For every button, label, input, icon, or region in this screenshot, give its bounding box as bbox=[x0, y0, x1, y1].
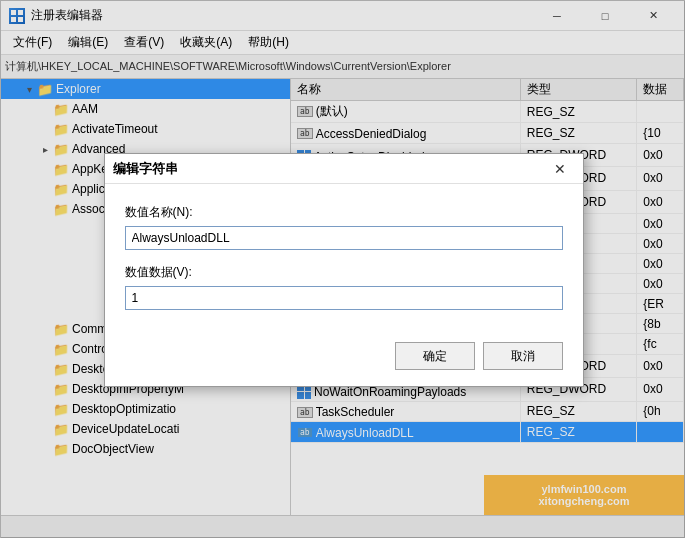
dialog-footer: 确定 取消 bbox=[105, 334, 583, 386]
dialog-title-bar: 编辑字符串 ✕ bbox=[105, 154, 583, 184]
dialog-overlay: 编辑字符串 ✕ 数值名称(N): 数值数据(V): 确定 取消 bbox=[1, 1, 685, 538]
dialog-title: 编辑字符串 bbox=[113, 160, 545, 178]
cancel-button[interactable]: 取消 bbox=[483, 342, 563, 370]
dialog-body: 数值名称(N): 数值数据(V): bbox=[105, 184, 583, 334]
name-label: 数值名称(N): bbox=[125, 204, 563, 221]
edit-string-dialog: 编辑字符串 ✕ 数值名称(N): 数值数据(V): 确定 取消 bbox=[104, 153, 584, 387]
ok-button[interactable]: 确定 bbox=[395, 342, 475, 370]
dialog-close-button[interactable]: ✕ bbox=[545, 156, 575, 182]
data-input[interactable] bbox=[125, 286, 563, 310]
name-input[interactable] bbox=[125, 226, 563, 250]
data-label: 数值数据(V): bbox=[125, 264, 563, 281]
